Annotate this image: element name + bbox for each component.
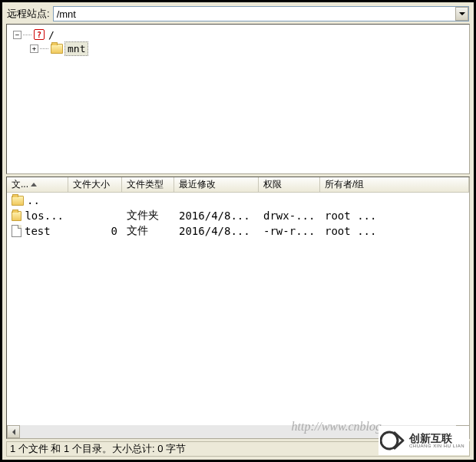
folder-icon [12,211,21,221]
sort-ascending-icon [31,183,37,186]
scroll-left-button[interactable] [7,425,20,438]
column-type[interactable]: 文件类型 [122,177,174,192]
column-permissions[interactable]: 权限 [259,177,320,192]
chevron-down-icon [459,12,465,15]
list-row-parent[interactable]: .. [7,193,469,208]
folder-icon [51,44,63,54]
chevron-left-icon [12,429,15,435]
folder-icon [12,196,24,206]
tree-line-icon [23,35,32,35]
column-name[interactable]: 文... [7,177,68,192]
column-size[interactable]: 文件大小 [68,177,122,192]
column-date[interactable]: 最近修改 [174,177,259,192]
remote-file-list: 文... 文件大小 文件类型 最近修改 权限 所有者/组 .. [6,177,470,439]
tree-root-row[interactable]: − ? / [8,28,468,41]
list-row[interactable]: test 0 文件 2016/4/8... -rw-r... root ... [7,223,469,239]
remote-path-bar: 远程站点: [4,4,472,24]
expander-minus-icon[interactable]: − [13,31,21,39]
remote-path-combo[interactable] [53,6,469,21]
list-body[interactable]: .. los... 文件夹 2016/4/8... drwx-... root … [7,193,469,425]
unknown-icon: ? [34,29,45,40]
horizontal-scrollbar[interactable] [7,425,469,438]
scroll-track[interactable] [20,425,456,438]
expander-plus-icon[interactable]: + [30,45,38,53]
list-row[interactable]: los... 文件夹 2016/4/8... drwx-... root ... [7,208,469,223]
list-header[interactable]: 文... 文件大小 文件类型 最近修改 权限 所有者/组 [7,177,469,193]
path-dropdown-button[interactable] [455,7,468,21]
scroll-right-button[interactable] [456,425,469,438]
status-bar: 1 个文件 和 1 个目录。大小总计: 0 字节 接 [6,441,470,457]
column-name-label: 文... [12,178,28,191]
chevron-right-icon [461,429,464,435]
file-icon [12,225,21,237]
file-name: test [25,225,51,237]
tree-line-icon [40,48,49,49]
file-name: .. [27,194,40,206]
tree-child-row[interactable]: + mnt [8,41,468,55]
file-name: los... [25,210,64,222]
remote-path-input[interactable] [54,8,455,21]
tree-child-label: mnt [64,41,88,56]
remote-directory-tree[interactable]: − ? / + mnt [6,24,470,174]
remote-path-label: 远程站点: [7,7,50,21]
column-owner[interactable]: 所有者/组 [320,177,469,192]
tree-root-label: / [46,28,57,41]
status-right: 接 [456,442,466,456]
status-text: 1 个文件 和 1 个目录。大小总计: 0 字节 [10,442,186,456]
